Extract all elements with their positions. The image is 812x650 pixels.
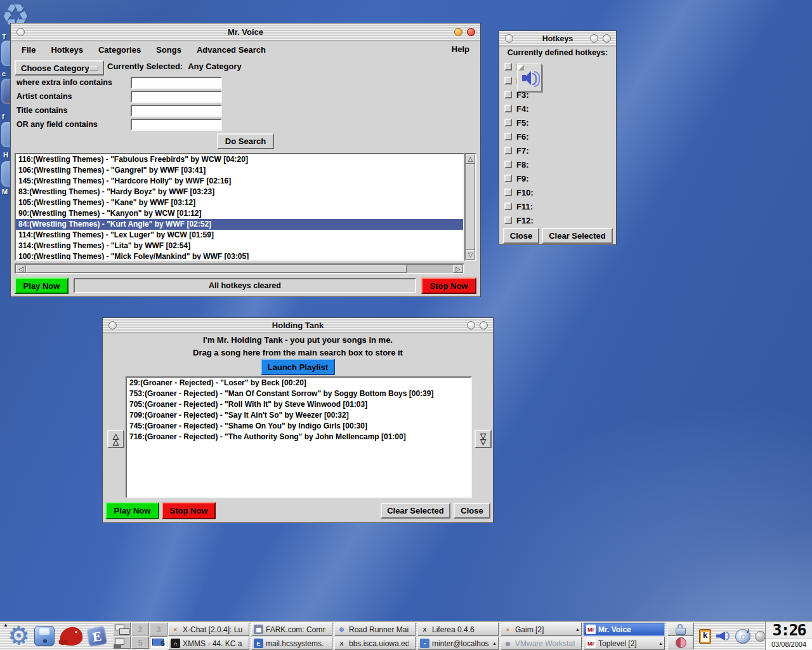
play-now-button[interactable]: Play Now (15, 277, 69, 294)
pager-desktop-cell[interactable] (113, 636, 131, 649)
search-field-input[interactable] (131, 105, 222, 117)
song-row[interactable]: 114:(Wrestling Themes) - "Lex Luger" by … (16, 230, 463, 241)
hotkeys-close-button[interactable]: Close (503, 228, 539, 244)
taskbar-task-button[interactable]: X bbs.isca.uiowa.ed ▲ (334, 637, 416, 650)
taskbar-task-button[interactable]: Mr Mr. Voice ▲ (584, 623, 665, 636)
hotkey-checkbox[interactable] (504, 91, 512, 98)
mr-voice-titlebar[interactable]: Mr. Voice (11, 23, 480, 41)
hotkey-checkbox[interactable] (504, 147, 512, 154)
menu-item[interactable]: Hotkeys (51, 45, 83, 55)
editor-launcher[interactable] (84, 623, 109, 649)
taskbar-task-button[interactable]: ⚙ Road Runner Mail ▲ (334, 623, 416, 636)
hotkeys-clear-selected-button[interactable]: Clear Selected (542, 228, 613, 244)
window-menu-button[interactable] (16, 28, 25, 36)
mozilla-launcher[interactable] (58, 623, 84, 649)
menu-item[interactable]: Advanced Search (197, 45, 266, 55)
scroll-up-icon[interactable]: △ (466, 154, 475, 164)
pager-desktop-cell[interactable]: 2 (131, 623, 149, 635)
hotkey-checkbox[interactable] (504, 175, 512, 182)
holding-tank-list[interactable]: 29:(Groaner - Rejected) - "Loser" by Bec… (126, 376, 472, 498)
tank-play-now-button[interactable]: Play Now (105, 502, 159, 519)
move-down-button[interactable]: ▽▽ (475, 430, 492, 448)
launch-playlist-button[interactable]: Launch Playlist (261, 359, 335, 375)
scroll-left-icon[interactable]: ◁ (16, 265, 26, 273)
scrollbar-thumb[interactable] (26, 265, 407, 273)
pager-desktop-cell[interactable] (113, 623, 131, 635)
volume-speaker-icon[interactable] (716, 628, 731, 644)
taskbar-task-button[interactable]: ◉ VMware Workstat ▲ (501, 637, 582, 650)
song-row[interactable]: 705:(Groaner - Rejected) - "Roll With It… (127, 399, 471, 410)
hotkey-checkbox[interactable] (504, 119, 512, 126)
menu-item-help[interactable]: Help (452, 44, 469, 54)
taskbar-task-button[interactable]: ● Gaim [2] ▲ (501, 623, 582, 636)
choose-category-dropdown[interactable]: Choose Category (15, 60, 104, 76)
song-row[interactable]: 314:(Wrestling Themes) - "Lita" by WWF [… (16, 241, 463, 251)
song-row[interactable]: 753:(Groaner - Rejected) - "Man Of Const… (127, 388, 471, 399)
scrollbar-thumb[interactable] (466, 164, 475, 250)
taskbar-task-button[interactable]: ▪ minter@localhos ▲ (417, 637, 499, 650)
close-button[interactable] (467, 28, 475, 36)
menu-item[interactable]: Songs (156, 45, 181, 55)
do-search-button[interactable]: Do Search (217, 133, 274, 149)
tank-clear-selected-button[interactable]: Clear Selected (381, 503, 450, 519)
hotkey-checkbox[interactable] (504, 202, 512, 210)
hotkeys-titlebar[interactable]: Hotkeys (499, 31, 616, 46)
hotkey-checkbox[interactable] (504, 77, 512, 84)
minimize-button[interactable] (590, 34, 598, 43)
menu-item[interactable]: Categories (98, 45, 141, 55)
lock-screen-button[interactable] (667, 623, 694, 636)
scroll-down-icon[interactable]: ▽ (466, 250, 475, 260)
hotkey-checkbox[interactable] (504, 63, 512, 70)
minimize-button[interactable] (467, 321, 475, 329)
menu-item[interactable]: File (22, 45, 36, 55)
vertical-scrollbar[interactable]: △ ▽ (464, 153, 476, 261)
window-menu-button[interactable] (108, 321, 117, 329)
window-menu-button[interactable] (505, 34, 513, 43)
hotkey-checkbox[interactable] (504, 161, 512, 168)
stop-now-button[interactable]: Stop Now (421, 277, 476, 294)
logout-button[interactable] (667, 636, 694, 649)
taskbar-clock[interactable]: 3:26 03/08/2004 (765, 621, 812, 650)
hotkey-checkbox[interactable] (504, 216, 512, 224)
klipper-clipboard-icon[interactable] (699, 629, 711, 644)
close-button[interactable] (603, 34, 611, 43)
song-results-list[interactable]: 116:(Wrestling Themes) - "Fabulous Freeb… (15, 153, 464, 261)
taskbar-task-button[interactable]: ∩ XMMS - 44. KC a ▲ (168, 637, 249, 650)
pager-desktop-cell[interactable]: 3 (150, 623, 167, 635)
hotkey-checkbox[interactable] (504, 133, 512, 140)
hotkey-checkbox[interactable] (504, 105, 512, 112)
search-field-input[interactable] (131, 91, 222, 103)
tank-close-button[interactable]: Close (454, 503, 490, 519)
holding-tank-titlebar[interactable]: Holding Tank (103, 318, 493, 333)
song-row[interactable]: 90:(Wrestling Themes) - "Kanyon" by WCW … (16, 208, 463, 219)
hotkey-checkbox[interactable] (504, 189, 512, 196)
scroll-right-icon[interactable]: ▷ (453, 265, 463, 273)
song-row[interactable]: 716:(Groaner - Rejected) - "The Authorit… (127, 432, 471, 442)
song-row[interactable]: 29:(Groaner - Rejected) - "Loser" by Bec… (127, 378, 471, 388)
song-row[interactable]: 116:(Wrestling Themes) - "Fabulous Freeb… (16, 154, 463, 165)
song-row[interactable]: 709:(Groaner - Rejected) - "Say It Ain't… (127, 410, 471, 421)
scrollbar-trough[interactable] (407, 265, 453, 273)
tank-stop-now-button[interactable]: Stop Now (162, 502, 216, 519)
taskbar-task-button[interactable]: ▦ FARK.com: Comm ▲ (251, 623, 332, 636)
song-row[interactable]: 105:(Wrestling Themes) - "Kane" by WWF [… (16, 197, 463, 208)
taskbar-task-button[interactable]: E mail.hcssystems. ▲ (251, 637, 332, 650)
search-field-input[interactable] (131, 119, 222, 131)
close-button[interactable] (480, 321, 488, 329)
move-up-button[interactable]: △△ (107, 430, 124, 448)
song-row[interactable]: 84:(Wrestling Themes) - "Kurt Angle" by … (16, 219, 463, 230)
pager-desktop-cell[interactable]: 5 (131, 636, 149, 649)
taskbar-task-button[interactable]: X Liferea 0.4.6 ▲ (417, 623, 499, 636)
horizontal-scrollbar[interactable]: ◁ ▷ (15, 263, 464, 274)
k-menu-button[interactable]: ⚙ (6, 623, 32, 649)
minimize-button[interactable] (454, 28, 462, 36)
taskbar-task-button[interactable]: Mr Toplevel [2] ▲ (584, 637, 665, 650)
cd-player-icon[interactable] (735, 629, 750, 644)
song-row[interactable]: 745:(Groaner - Rejected) - "Shame On You… (127, 421, 471, 432)
song-row[interactable]: 145:(Wrestling Themes) - "Hardcore Holly… (16, 176, 463, 187)
song-row[interactable]: 106:(Wrestling Themes) - "Gangrel" by WW… (16, 165, 463, 176)
taskbar-task-button[interactable]: × X-Chat [2.0.4]: Lu ▲ (168, 623, 249, 636)
song-row[interactable]: 100:(Wrestling Themes) - "Mick Foley/Man… (16, 251, 463, 261)
file-manager-launcher[interactable] (32, 623, 57, 649)
tray-orb-icon[interactable] (755, 631, 766, 642)
